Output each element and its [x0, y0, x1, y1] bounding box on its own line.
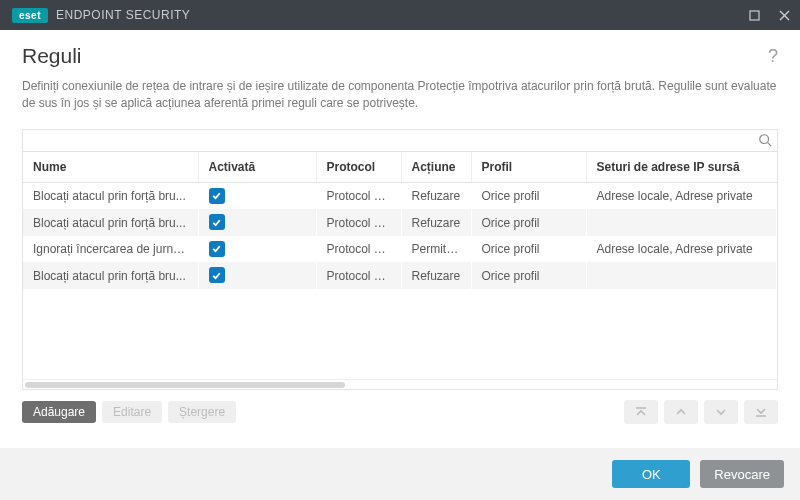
cell-action: Refuzare [401, 182, 471, 209]
content-area: Reguli ? Definiți conexiunile de rețea d… [0, 30, 800, 424]
move-top-icon [624, 400, 658, 424]
cell-sourceip [586, 262, 777, 289]
cell-profile: Orice profil [471, 182, 586, 209]
checkbox-checked-icon[interactable] [209, 267, 225, 283]
col-action[interactable]: Acțiune [401, 152, 471, 183]
col-protocol[interactable]: Protocol [316, 152, 401, 183]
table-row[interactable]: Blocați atacul prin forță bru...Protocol… [23, 182, 777, 209]
window-controls [746, 7, 792, 23]
table-row[interactable]: Blocați atacul prin forță bru...Protocol… [23, 209, 777, 236]
cell-protocol: Protocol Ser... [316, 262, 401, 289]
cell-profile: Orice profil [471, 209, 586, 236]
table-header-row: Nume Activată Protocol Acțiune Profil Se… [23, 152, 777, 183]
reorder-buttons [624, 400, 778, 424]
cell-action: Refuzare [401, 262, 471, 289]
search-row[interactable] [23, 130, 777, 152]
svg-line-4 [768, 142, 772, 146]
page-description: Definiți conexiunile de rețea de intrare… [22, 78, 778, 113]
col-sourceip[interactable]: Seturi de adrese IP sursă [586, 152, 777, 183]
svg-point-3 [760, 135, 769, 144]
cell-protocol: Protocol Des... [316, 182, 401, 209]
table-empty-space [23, 289, 777, 379]
checkbox-checked-icon[interactable] [209, 214, 225, 230]
cell-name: Ignorați încercarea de jurnali... [23, 236, 198, 263]
maximize-icon[interactable] [746, 7, 762, 23]
ok-button[interactable]: OK [612, 460, 690, 488]
cell-name: Blocați atacul prin forță bru... [23, 182, 198, 209]
delete-button: Ștergere [168, 401, 236, 423]
table-row[interactable]: Ignorați încercarea de jurnali...Protoco… [23, 236, 777, 263]
rules-table: Nume Activată Protocol Acțiune Profil Se… [23, 152, 777, 289]
add-button[interactable]: Adăugare [22, 401, 96, 423]
action-row: Adăugare Editare Ștergere [22, 400, 778, 424]
titlebar: eset ENDPOINT SECURITY [0, 0, 800, 30]
page-title: Reguli [22, 44, 82, 68]
cell-protocol: Protocol Ser... [316, 236, 401, 263]
cell-enabled[interactable] [198, 262, 316, 289]
cell-protocol: Protocol Des... [316, 209, 401, 236]
col-profile[interactable]: Profil [471, 152, 586, 183]
help-icon[interactable]: ? [768, 46, 778, 67]
search-icon[interactable] [758, 133, 772, 150]
cell-sourceip [586, 209, 777, 236]
cell-enabled[interactable] [198, 236, 316, 263]
footer: OK Revocare [0, 448, 800, 500]
cell-sourceip: Adrese locale, Adrese private [586, 182, 777, 209]
col-name[interactable]: Nume [23, 152, 198, 183]
scrollbar-thumb[interactable] [25, 382, 345, 388]
cell-name: Blocați atacul prin forță bru... [23, 262, 198, 289]
move-down-icon [704, 400, 738, 424]
brand-logo: eset [12, 8, 48, 23]
cell-profile: Orice profil [471, 236, 586, 263]
cell-action: Refuzare [401, 209, 471, 236]
cell-name: Blocați atacul prin forță bru... [23, 209, 198, 236]
move-up-icon [664, 400, 698, 424]
table-row[interactable]: Blocați atacul prin forță bru...Protocol… [23, 262, 777, 289]
cell-action: Permitere [401, 236, 471, 263]
col-enabled[interactable]: Activată [198, 152, 316, 183]
move-bottom-icon [744, 400, 778, 424]
cell-sourceip: Adrese locale, Adrese private [586, 236, 777, 263]
cell-enabled[interactable] [198, 182, 316, 209]
edit-button: Editare [102, 401, 162, 423]
svg-rect-0 [750, 11, 759, 20]
cell-profile: Orice profil [471, 262, 586, 289]
heading-row: Reguli ? [22, 44, 778, 68]
cancel-button[interactable]: Revocare [700, 460, 784, 488]
rules-table-container: Nume Activată Protocol Acțiune Profil Se… [22, 129, 778, 390]
brand-text: ENDPOINT SECURITY [56, 8, 190, 22]
horizontal-scrollbar[interactable] [23, 379, 777, 389]
checkbox-checked-icon[interactable] [209, 241, 225, 257]
checkbox-checked-icon[interactable] [209, 188, 225, 204]
close-icon[interactable] [776, 7, 792, 23]
cell-enabled[interactable] [198, 209, 316, 236]
